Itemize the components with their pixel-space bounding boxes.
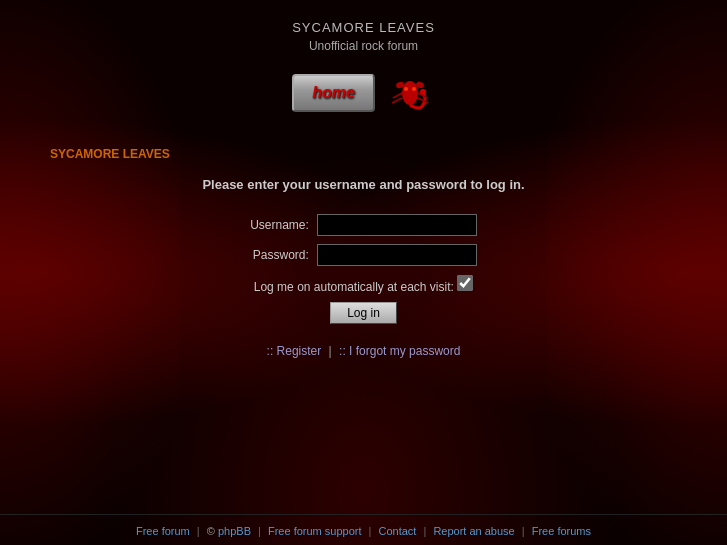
footer: Free forum | © phpBB | Free forum suppor… xyxy=(0,514,727,545)
site-subtitle: Unofficial rock forum xyxy=(292,39,435,53)
free-forum-support-link[interactable]: Free forum support xyxy=(268,525,362,537)
footer-sep-5: | xyxy=(522,525,528,537)
svg-point-0 xyxy=(402,81,418,105)
login-box: Please enter your username and password … xyxy=(20,177,707,358)
forgot-password-link[interactable]: :: I forgot my password xyxy=(339,344,460,358)
password-label: Password: xyxy=(250,240,317,270)
autologin-cell: Log me on automatically at each visit: xyxy=(250,270,477,298)
footer-sep-1: | xyxy=(197,525,203,537)
footer-sep-3: | xyxy=(369,525,375,537)
password-input[interactable] xyxy=(317,244,477,266)
footer-sep-2: | xyxy=(258,525,264,537)
main-content: SYCAMORE LEAVES Please enter your userna… xyxy=(0,147,727,514)
site-logo-icon xyxy=(385,63,435,123)
svg-line-6 xyxy=(393,93,402,98)
username-cell xyxy=(317,210,477,240)
report-abuse-link[interactable]: Report an abuse xyxy=(433,525,514,537)
svg-point-4 xyxy=(404,87,408,91)
username-input[interactable] xyxy=(317,214,477,236)
site-title: SYCAMORE LEAVES xyxy=(292,20,435,35)
submit-cell: Log in xyxy=(250,298,477,324)
username-label: Username: xyxy=(250,210,317,240)
phpbb-link[interactable]: phpBB xyxy=(218,525,251,537)
contact-link[interactable]: Contact xyxy=(378,525,416,537)
svg-line-7 xyxy=(392,98,402,103)
autologin-label: Log me on automatically at each visit: xyxy=(254,280,454,294)
breadcrumb-area: SYCAMORE LEAVES xyxy=(20,147,707,161)
links-row: :: Register | :: I forgot my password xyxy=(267,344,461,358)
logo-area: home xyxy=(292,63,435,123)
username-row: Username: xyxy=(250,210,477,240)
home-button[interactable]: home xyxy=(292,74,375,112)
footer-copyright: © xyxy=(207,525,218,537)
home-button-label: home xyxy=(312,84,355,101)
page-wrapper: SYCAMORE LEAVES Unofficial rock forum ho… xyxy=(0,0,727,545)
autologin-checkbox[interactable] xyxy=(457,275,473,291)
free-forum-link[interactable]: Free forum xyxy=(136,525,190,537)
submit-row: Log in xyxy=(250,298,477,324)
breadcrumb-link[interactable]: SYCAMORE LEAVES xyxy=(50,147,170,161)
login-instruction: Please enter your username and password … xyxy=(202,177,524,192)
header: SYCAMORE LEAVES Unofficial rock forum ho… xyxy=(292,0,435,143)
svg-point-5 xyxy=(412,87,416,91)
footer-sep-4: | xyxy=(423,525,429,537)
login-form: Username: Password: Log me on automatica… xyxy=(250,210,477,324)
login-button[interactable]: Log in xyxy=(330,302,397,324)
free-forums-link[interactable]: Free forums xyxy=(532,525,591,537)
register-link[interactable]: :: Register xyxy=(267,344,322,358)
links-separator: | xyxy=(329,344,335,358)
password-row: Password: xyxy=(250,240,477,270)
password-cell xyxy=(317,240,477,270)
autologin-row: Log me on automatically at each visit: xyxy=(250,270,477,298)
